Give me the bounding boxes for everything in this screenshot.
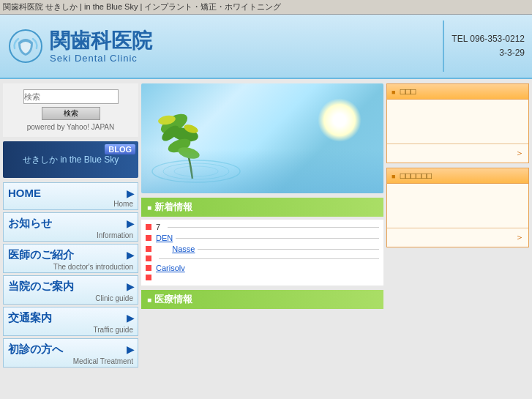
clinic-name-block: 関歯科医院 Seki Dental Clinic	[50, 29, 152, 64]
nav-firstvisit-en: Medical Treatment	[8, 357, 133, 365]
medical-section-title: 医療情報	[154, 293, 192, 306]
nav-arrow-firstvisit: ▶	[127, 343, 135, 355]
nav-item-doctor[interactable]: ▶ 医師のご紹介 The doctor's introduction	[3, 244, 138, 273]
right-box-1-more-label: ＞	[515, 148, 524, 158]
right-column: □□□ ＞ □□□□□□ ＞	[386, 83, 529, 370]
news-section-title: 新着情報	[154, 201, 192, 214]
search-input[interactable]	[23, 89, 119, 104]
yahoo-powered-label: powered by Yahoo! JAPAN	[9, 123, 132, 131]
news-bullet-1	[146, 224, 151, 230]
news-link-carisolv[interactable]: Carisolv	[156, 264, 185, 272]
blog-label: BLOG	[105, 144, 135, 154]
main-layout: 検索 powered by Yahoo! JAPAN BLOG せきしか in …	[0, 79, 532, 374]
nav-arrow-doctor: ▶	[127, 249, 135, 261]
news-line-1	[168, 227, 379, 228]
news-link-den[interactable]: DEN	[156, 234, 173, 242]
news-list: 7 DEN Nasse	[141, 220, 383, 286]
clinic-name-jp: 関歯科医院	[50, 29, 152, 53]
nav-clinic-en: Clinic guide	[8, 294, 133, 302]
nav-info-jp: お知らせ	[8, 217, 133, 231]
nav-doctor-en: The doctor's introduction	[8, 262, 133, 271]
main-content: 新着情報 7 DEN	[141, 83, 383, 370]
news-item-1: 7	[146, 223, 379, 231]
address: 3-3-29	[452, 46, 525, 60]
right-box-2-title: □□□□□□	[400, 171, 432, 181]
tel-number: TEL 096-353-0212	[452, 32, 525, 46]
right-box-1-title: □□□	[400, 86, 416, 97]
logo-icon	[7, 28, 44, 64]
nav-home-jp: HOME	[8, 187, 133, 199]
nav-item-firstvisit[interactable]: ▶ 初診の方へ Medical Treatment	[3, 338, 138, 368]
news-bullet-6	[146, 275, 151, 280]
news-section-header: 新着情報	[141, 198, 383, 217]
header-divider	[443, 20, 444, 72]
nav-arrow-clinic: ▶	[127, 280, 135, 292]
right-box-1-header: □□□	[387, 84, 528, 100]
right-box-2-content	[387, 184, 528, 228]
news-item-6	[146, 275, 379, 280]
nav-traffic-en: Traffic guide	[8, 325, 133, 334]
news-section: 新着情報 7 DEN	[141, 198, 383, 286]
search-area: 検索 powered by Yahoo! JAPAN	[3, 83, 138, 137]
logo-area: 関歯科医院 Seki Dental Clinic	[7, 28, 435, 64]
right-box-2-header: □□□□□□	[387, 168, 528, 184]
nav-traffic-jp: 交通案内	[8, 311, 133, 325]
news-date-1: 7	[156, 223, 160, 231]
news-item-3: Nasse	[146, 245, 379, 253]
nav-arrow-home: ▶	[127, 187, 135, 199]
right-box-1: □□□ ＞	[386, 83, 529, 163]
browser-bar-text: 関歯科医院 せきしか | in the Blue Sky | インプラント・矯正…	[3, 1, 281, 12]
nav-clinic-jp: 当院のご案内	[8, 280, 133, 294]
nav-info-en: Information	[8, 231, 133, 239]
nav-item-home[interactable]: ▶ HOME Home	[3, 182, 138, 210]
nav-item-traffic[interactable]: ▶ 交通案内 Traffic guide	[3, 307, 138, 336]
hero-water-overlay	[141, 149, 383, 193]
page-wrapper: 関歯科医院 Seki Dental Clinic TEL 096-353-021…	[0, 15, 532, 374]
news-item-4	[146, 256, 379, 261]
browser-bar: 関歯科医院 せきしか | in the Blue Sky | インプラント・矯正…	[0, 0, 532, 15]
nav-doctor-jp: 医師のご紹介	[8, 248, 133, 262]
clinic-name-en: Seki Dental Clinic	[50, 53, 152, 64]
blog-text: せきしか in the Blue Sky	[23, 154, 119, 166]
medical-section-header: 医療情報	[141, 290, 383, 309]
news-line-4	[159, 258, 379, 259]
news-item-5: Carisolv	[146, 264, 379, 272]
news-indent-3	[156, 245, 165, 253]
nav-item-clinic[interactable]: ▶ 当院のご案内 Clinic guide	[3, 275, 138, 305]
news-line-2	[176, 238, 379, 239]
right-box-2-more-link[interactable]: ＞	[387, 228, 528, 247]
right-box-1-more-link[interactable]: ＞	[387, 143, 528, 163]
medical-section: 医療情報	[141, 290, 383, 309]
right-box-2-more-label: ＞	[515, 232, 524, 242]
news-bullet-3	[146, 246, 151, 252]
nav-home-en: Home	[8, 199, 133, 208]
news-bullet-2	[146, 235, 151, 241]
nav-arrow-info: ▶	[127, 217, 135, 229]
news-bullet-5	[146, 265, 151, 271]
nav-firstvisit-jp: 初診の方へ	[8, 343, 133, 357]
news-bullet-4	[146, 256, 151, 261]
right-box-1-content	[387, 100, 528, 143]
contact-info: TEL 096-353-0212 3-3-29	[452, 32, 525, 60]
news-link-nasse[interactable]: Nasse	[172, 245, 195, 253]
hero-sun-icon	[318, 98, 361, 142]
news-item-2: DEN	[146, 234, 379, 242]
blog-banner[interactable]: BLOG せきしか in the Blue Sky	[3, 141, 138, 178]
sidebar: 検索 powered by Yahoo! JAPAN BLOG せきしか in …	[3, 83, 138, 370]
search-button[interactable]: 検索	[42, 107, 100, 120]
right-box-2: □□□□□□ ＞	[386, 168, 529, 247]
nav-item-info[interactable]: ▶ お知らせ Information	[3, 212, 138, 242]
hero-image	[141, 83, 383, 193]
news-line-3	[198, 249, 379, 250]
nav-arrow-traffic: ▶	[127, 312, 135, 324]
header: 関歯科医院 Seki Dental Clinic TEL 096-353-021…	[0, 15, 532, 79]
